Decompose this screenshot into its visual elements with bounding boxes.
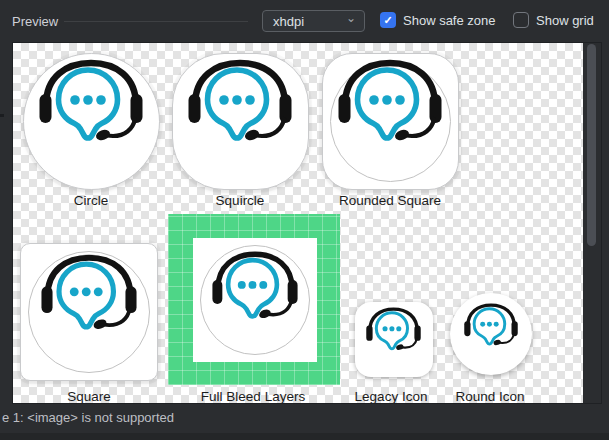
density-selected-value: xhdpi: [273, 14, 304, 29]
vertical-scrollbar-thumb[interactable]: [587, 44, 596, 246]
density-dropdown[interactable]: xhdpi ⌄: [262, 10, 365, 32]
transparency-checkerboard-canvas: Circle Squircle Rounded Square: [13, 43, 583, 403]
chevron-down-icon: ⌄: [346, 13, 356, 23]
vertical-scrollbar-track: [583, 43, 601, 403]
checkmark-icon: ✓: [383, 14, 392, 27]
show-grid-label[interactable]: Show grid: [536, 13, 594, 28]
tile-label-round-icon: Round Icon: [400, 389, 580, 403]
status-message: e 1: <image> is not supported: [2, 410, 174, 425]
tile-label-square: Square: [13, 389, 179, 403]
headset-chat-icon: [464, 303, 518, 349]
preview-toolbar: Preview xhdpi ⌄ ✓ Show safe zone Show gr…: [0, 0, 609, 43]
panel-title: Preview: [12, 14, 58, 29]
headset-chat-icon: [212, 251, 298, 324]
splitter-notch: [0, 114, 4, 117]
headset-chat-icon: [41, 254, 137, 335]
headset-chat-icon: [39, 59, 143, 147]
bottom-border-strip: [0, 433, 609, 440]
title-divider: [64, 21, 248, 22]
show-safe-zone-checkbox[interactable]: ✓: [380, 12, 396, 28]
headset-chat-icon: [366, 307, 421, 354]
tile-label-rounded-square: Rounded Square: [300, 193, 480, 208]
preview-viewport: Circle Squircle Rounded Square: [12, 42, 602, 404]
show-grid-checkbox[interactable]: [513, 12, 529, 28]
show-safe-zone-label[interactable]: Show safe zone: [403, 13, 496, 28]
headset-chat-icon: [188, 59, 292, 147]
headset-chat-icon: [338, 59, 442, 147]
